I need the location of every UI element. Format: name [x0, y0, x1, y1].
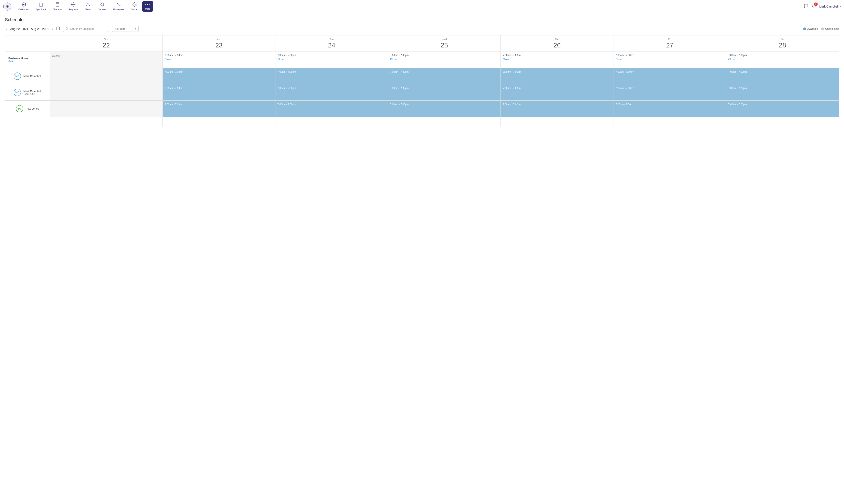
emp2-sat[interactable]: 7:00am - 7:00pm [726, 101, 839, 117]
svg-point-23 [66, 28, 68, 29]
close-thu-link[interactable]: Close [503, 58, 510, 61]
emp0-sun [50, 68, 163, 84]
options-icon [133, 2, 137, 8]
business-hours-title: Business Hours [8, 57, 29, 60]
emp1-sat-time: 7:00am - 7:00pm [728, 87, 747, 90]
chevron-down-icon: ▾ [840, 5, 841, 7]
nav-item-more[interactable]: ••• More [142, 1, 153, 12]
notifications-button[interactable]: 2 [812, 4, 816, 9]
emp0-fri[interactable]: 7:00am - 7:00pm [614, 68, 726, 84]
day-num-thu: 26 [503, 41, 611, 49]
emp2-tue-time: 7:00am - 7:00pm [277, 103, 296, 106]
chat-button[interactable] [804, 4, 808, 9]
nav-items: Dashboard Appt Book Checkout Requests Cl… [16, 1, 804, 12]
nav-item-checkout[interactable]: Checkout [50, 1, 65, 12]
nav-item-services[interactable]: Services [95, 1, 109, 12]
nav-label-apptbook: Appt Book [36, 8, 46, 11]
day-name-sun: Sun [52, 38, 160, 41]
biz-time-wed: 7:00am - 7:00pm [390, 54, 499, 57]
nav-item-dashboard[interactable]: Dashboard [16, 1, 32, 12]
nav-item-requests[interactable]: Requests [66, 1, 81, 12]
prev-week-button[interactable]: ‹ [5, 26, 8, 32]
close-tue-link[interactable]: Close [277, 58, 284, 61]
emp1-thu[interactable]: 7:00am - 7:00pm [501, 84, 614, 101]
legend: Available Unavailable [803, 27, 839, 30]
calendar-picker-button[interactable] [56, 26, 60, 31]
notification-badge: 2 [814, 2, 818, 6]
nav-label-requests: Requests [69, 8, 78, 11]
employee-1-label: MC Mark Campbell Tattoo Artist [5, 84, 50, 101]
emp1-wed[interactable]: 7:00am - 7:00pm [388, 84, 501, 101]
nav-label-more: More [145, 7, 150, 10]
day-num-tue: 24 [277, 41, 386, 49]
schedule-calendar: Sun 22 Mon 23 Tue 24 Wed 25 Thu 26 Fri 2… [5, 35, 839, 127]
date-range-label: Aug 22, 2021 - Aug 28, 2021 [10, 27, 49, 31]
emp1-tue[interactable]: 7:00am - 7:00pm [275, 84, 388, 101]
biz-time-thu: 7:00am - 7:00pm [503, 54, 611, 57]
emp1-mon[interactable]: 7:00am - 7:00pm [163, 84, 275, 101]
close-mon-link[interactable]: Close [165, 58, 171, 61]
cal-header-sun: Sun 22 [50, 35, 163, 52]
unavailable-label: Unavailable [825, 27, 839, 30]
clients-icon [86, 2, 90, 8]
emp0-thu[interactable]: 7:00am - 7:00pm [501, 68, 614, 84]
employee-2-label: PJ Pete Jones [5, 101, 50, 117]
emp0-mon[interactable]: 7:00am - 7:00pm [163, 68, 275, 84]
biz-hours-fri: 7:00am - 7:00pm Close [614, 52, 726, 68]
emp1-wed-time: 7:00am - 7:00pm [390, 87, 409, 90]
nav-right: 2 Mark Campbell ▾ [804, 4, 841, 9]
dashboard-icon [22, 2, 26, 8]
search-input[interactable] [70, 27, 107, 30]
avatar-mc2: MC [14, 89, 21, 96]
emp-info-mc2: Mark Campbell Tattoo Artist [23, 90, 41, 95]
biz-time-sat: 7:00am - 7:00pm [728, 54, 837, 57]
close-fri-link[interactable]: Close [616, 58, 622, 61]
cal-header-mon: Mon 23 [163, 35, 275, 52]
close-sat-link[interactable]: Close [728, 58, 735, 61]
user-menu[interactable]: Mark Campbell ▾ [819, 5, 841, 8]
close-wed-link[interactable]: Close [390, 58, 397, 61]
nav-label-employees: Employees [113, 8, 124, 11]
emp2-thu[interactable]: 7:00am - 7:00pm [501, 101, 614, 117]
emp0-wed-time: 7:00am - 7:00pm [390, 70, 409, 73]
biz-hours-tue: 7:00am - 7:00pm Close [275, 52, 388, 68]
nav-bar: ✳ Dashboard Appt Book Checkout Request [0, 0, 844, 13]
svg-point-16 [87, 3, 89, 4]
emp2-fri[interactable]: 7:00am - 7:00pm [614, 101, 726, 117]
emp0-sat[interactable]: 7:00am - 7:00pm [726, 68, 839, 84]
schedule-toolbar: ‹ Aug 22, 2021 - Aug 28, 2021 › All Role… [5, 26, 839, 32]
logo[interactable]: ✳ [3, 2, 12, 11]
emp-name-mc2: Mark Campbell [23, 90, 41, 93]
unavailable-dot [821, 28, 824, 30]
emp2-wed[interactable]: 7:00am - 7:00pm [388, 101, 501, 117]
calendar-corner [5, 35, 50, 52]
roles-dropdown[interactable]: All Roles ▾ [112, 26, 139, 32]
employee-0-label: MC Mark Campbell [5, 68, 50, 84]
day-num-sun: 22 [52, 41, 160, 49]
day-name-fri: Fri [616, 38, 724, 41]
svg-point-17 [117, 3, 119, 4]
emp2-mon[interactable]: 7:00am - 7:00pm [163, 101, 275, 117]
nav-item-clients[interactable]: Clients [82, 1, 94, 12]
requests-icon [71, 2, 76, 8]
emp2-tue[interactable]: 7:00am - 7:00pm [275, 101, 388, 117]
biz-time-tue: 7:00am - 7:00pm [277, 54, 386, 57]
emp-info-mc1: Mark Campbell [23, 74, 41, 77]
emp1-sat[interactable]: 7:00am - 7:00pm [726, 84, 839, 101]
edit-hours-link[interactable]: Edit [8, 60, 13, 63]
date-navigation: ‹ Aug 22, 2021 - Aug 28, 2021 › [5, 26, 60, 32]
nav-item-options[interactable]: Options [128, 1, 141, 12]
emp0-wed[interactable]: 7:00am - 7:00pm [388, 68, 501, 84]
emp2-sun [50, 101, 163, 117]
roles-label: All Roles [115, 27, 125, 30]
emp1-fri[interactable]: 7:00am - 7:00pm [614, 84, 726, 101]
biz-hours-mon: 7:00am - 7:00pm Close [163, 52, 275, 68]
next-week-button[interactable]: › [51, 26, 54, 32]
biz-hours-wed: 7:00am - 7:00pm Close [388, 52, 501, 68]
nav-item-employees[interactable]: Employees [110, 1, 127, 12]
emp-name-mc1: Mark Campbell [23, 74, 41, 77]
emp0-tue[interactable]: 7:00am - 7:00pm [275, 68, 388, 84]
chevron-down-icon: ▾ [135, 28, 136, 30]
nav-item-apptbook[interactable]: Appt Book [33, 1, 49, 12]
user-name: Mark Campbell [819, 5, 839, 8]
